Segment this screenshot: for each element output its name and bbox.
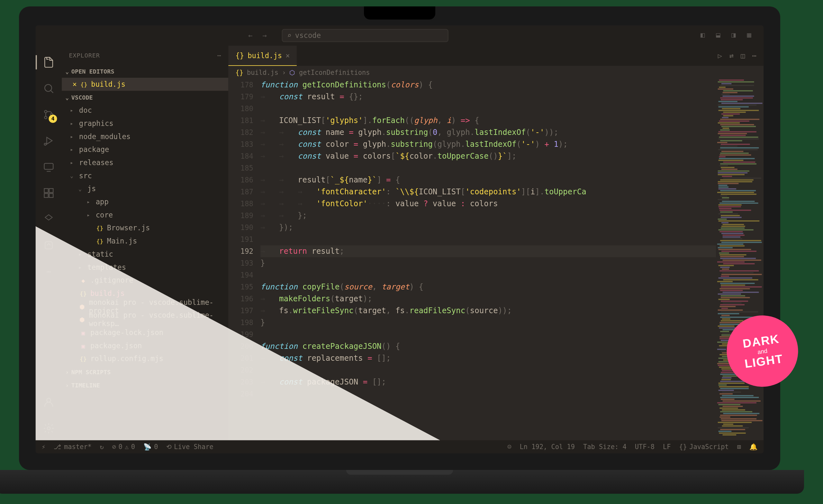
status-bar: ⚡ ⎇ master* ↻ ⊘ 0 ⚠ 0 📡 0 ⟲ Live Share ☺… [36,440,764,454]
tree-item[interactable]: ⌄src [62,169,228,183]
problems-indicator[interactable]: ⊘ 0 ⚠ 0 [112,443,135,451]
tree-item[interactable]: ▸releases [62,156,228,169]
compare-icon[interactable]: ⇄ [729,52,733,60]
svg-rect-10 [49,189,53,192]
npm-scripts-header[interactable]: › NPM SCRIPTS [62,365,228,379]
activity-settings[interactable] [36,417,62,440]
activity-source-control[interactable]: 4 [36,103,62,127]
svg-point-2 [44,110,47,113]
chevron-icon: ▸ [70,147,76,153]
activity-accounts[interactable] [36,390,62,414]
tree-item[interactable]: ⬢monokai pro - vscode.sublime-worksp… [62,313,228,326]
command-center-search[interactable]: ⌕ vscode [282,29,449,42]
activity-bar: 4 ⋯ [36,46,62,440]
notifications-icon[interactable]: 🔔 [750,443,758,451]
tree-item[interactable]: ▸static [62,248,228,261]
svg-rect-9 [44,189,48,192]
activity-remote[interactable] [36,155,62,179]
svg-rect-11 [44,193,48,197]
remote-indicator[interactable]: ⚡ [41,443,45,451]
nav-back-icon[interactable]: ← [245,30,256,41]
run-icon[interactable]: ▷ [718,52,722,60]
sync-icon[interactable]: ↻ [100,443,104,451]
cursor-position[interactable]: Ln 192, Col 19 [520,443,575,451]
open-editor-item[interactable]: × {} build.js [62,78,228,91]
encoding[interactable]: UTF-8 [635,443,655,451]
feedback-icon[interactable]: ☺ [507,443,511,451]
chevron-icon: ▸ [70,107,76,114]
file-icon: {} [79,355,88,362]
workspace-header[interactable]: ⌄ VSCODE [62,91,228,104]
tree-item[interactable]: ▣package.json [62,339,228,352]
activity-run-debug[interactable] [36,129,62,153]
tab-size[interactable]: Tab Size: 4 [583,443,627,451]
title-bar: ← → ⌕ vscode ◧ ⬓ ◨ ▦ [36,25,764,46]
explorer-more-icon[interactable]: ⋯ [217,52,221,58]
chevron-icon: ⌄ [70,173,76,179]
laptop-notch [364,6,435,20]
layout-customize-icon[interactable]: ▦ [747,31,757,40]
open-editors-header[interactable]: ⌄ OPEN EDITORS [62,64,228,78]
svg-point-6 [44,143,46,145]
chevron-icon: ▸ [87,199,93,205]
chevron-right-icon: › [65,382,69,388]
live-share[interactable]: ⟲ Live Share [166,443,213,451]
tree-item[interactable]: {}Browser.js [62,222,228,235]
file-icon: {} [96,225,104,231]
svg-rect-12 [49,193,53,197]
file-icon: ▣ [79,329,88,336]
timeline-header[interactable]: › TIMELINE [62,379,228,392]
layout-sidebar-right-icon[interactable]: ◨ [731,31,741,40]
code-editor[interactable]: function getIconDefinitions(colors) {→ c… [261,79,716,440]
tree-item[interactable]: {}Main.js [62,235,228,248]
svg-point-14 [47,398,50,402]
tree-item[interactable]: ▸graphics [62,117,228,130]
file-icon: ◆ [79,277,88,284]
activity-custom-2[interactable] [36,234,62,257]
tree-item[interactable]: ▸package [62,143,228,157]
file-icon: ⬢ [78,316,86,323]
close-tab-icon[interactable]: × [286,51,290,60]
activity-more[interactable]: ⋯ [36,260,62,283]
explorer-sidebar: EXPLORER ⋯ ⌄ OPEN EDITORS × {} build.js … [62,46,228,440]
chevron-icon: ⌄ [78,186,85,192]
laptop-base [0,470,804,494]
js-file-icon: {} [80,81,88,87]
activity-search[interactable] [36,76,62,100]
svg-point-15 [47,427,50,430]
svg-point-0 [45,84,52,91]
line-gutter[interactable]: 1781791801811821831841851861871881891901… [228,79,261,440]
eol[interactable]: LF [663,443,671,451]
layout-panel-icon[interactable]: ⬓ [716,31,725,40]
tree-item[interactable]: ▸core [62,209,228,222]
chevron-icon: ▸ [70,134,76,140]
tree-item[interactable]: {}rollup.config.mjs [62,352,228,365]
file-icon: ▣ [79,342,88,349]
tree-item[interactable]: ▸doc [62,104,228,117]
more-actions-icon[interactable]: ⋯ [752,52,757,60]
tree-item[interactable]: ▸templates [62,261,228,274]
layout-sidebar-left-icon[interactable]: ◧ [700,31,710,40]
nav-forward-icon[interactable]: → [259,30,270,41]
git-branch[interactable]: ⎇ master* [54,443,91,451]
language-mode[interactable]: {} JavaScript [679,443,728,451]
activity-custom-1[interactable] [36,207,62,231]
editor-tabs: {} build.js × ▷ ⇄ ◫ ⋯ [228,46,764,66]
method-icon: ⬡ [289,68,296,76]
tree-item[interactable]: ◆.gitignore [62,274,228,287]
breadcrumb[interactable]: {} build.js › ⬡ getIconDefinitions [228,66,764,79]
close-icon[interactable]: × [73,80,77,88]
editor-group: {} build.js × ▷ ⇄ ◫ ⋯ {} build. [228,46,764,440]
activity-extensions[interactable] [36,181,62,205]
copilot-icon[interactable]: ⊞ [737,443,741,451]
ports-indicator[interactable]: 📡 0 [143,443,158,451]
split-editor-icon[interactable]: ◫ [741,52,745,60]
search-icon: ⌕ [287,31,291,40]
tree-item[interactable]: ⌄js [62,183,228,196]
tree-item[interactable]: ▸app [62,195,228,209]
editor-tab-build-js[interactable]: {} build.js × [228,46,297,66]
activity-explorer[interactable] [36,50,62,74]
tree-item[interactable]: ▣package-lock.json [62,326,228,339]
chevron-down-icon: ⌄ [65,94,69,100]
tree-item[interactable]: ▸node_modules [62,130,228,143]
